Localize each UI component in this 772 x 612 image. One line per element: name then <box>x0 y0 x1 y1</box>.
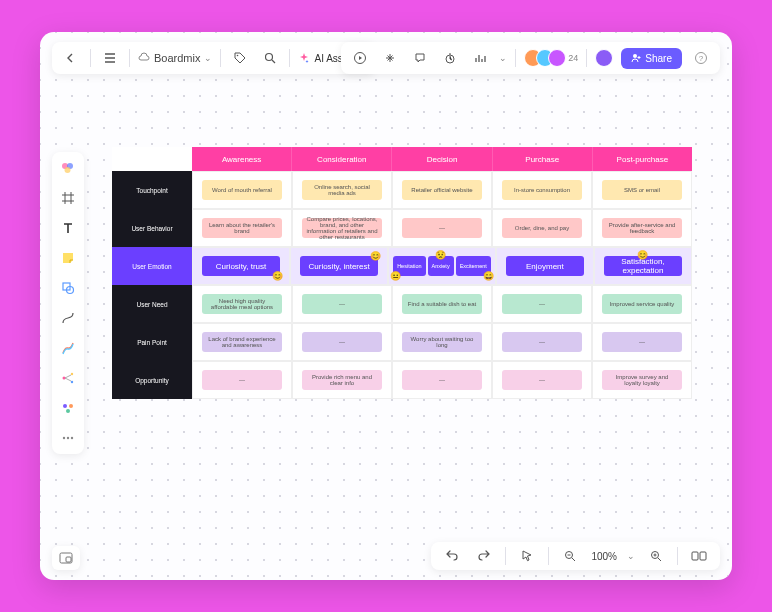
journey-cell[interactable]: Worry about waiting too long <box>392 323 492 361</box>
journey-cell[interactable]: Provide rich menu and clear info <box>292 361 392 399</box>
sticky-note[interactable]: In-store consumption <box>502 180 581 200</box>
stamp-tool[interactable] <box>58 398 78 418</box>
journey-cell[interactable]: — <box>492 285 592 323</box>
sticky-note[interactable]: — <box>602 332 681 352</box>
column-header[interactable]: Post-purchase <box>593 147 692 171</box>
zoom-out-icon[interactable] <box>559 545 581 567</box>
journey-cell[interactable]: Online search, social media ads <box>292 171 392 209</box>
menu-icon[interactable] <box>99 47 121 69</box>
play-icon[interactable] <box>349 47 371 69</box>
journey-cell[interactable]: Order, dine, and pay <box>492 209 592 247</box>
sticky-note[interactable]: — <box>202 370 281 390</box>
redo-icon[interactable] <box>473 545 495 567</box>
pen-tool[interactable] <box>58 338 78 358</box>
journey-cell[interactable]: Improve survey and loyalty loyalty <box>592 361 692 399</box>
journey-cell[interactable]: Retailer official website <box>392 171 492 209</box>
journey-cell[interactable]: — <box>292 323 392 361</box>
sticky-note[interactable]: — <box>302 332 381 352</box>
row-label[interactable]: Touchpoint <box>112 171 192 209</box>
journey-cell[interactable]: Learn about the retailer's brand <box>192 209 292 247</box>
row-label[interactable]: Pain Point <box>112 323 192 361</box>
journey-cell[interactable]: Satisfaction, expectation😊 <box>594 247 692 285</box>
search-icon[interactable] <box>259 47 281 69</box>
sticky-note[interactable]: Curiosity, trust😊 <box>202 256 279 276</box>
journey-map[interactable]: Awareness Consideration Decision Purchas… <box>112 147 692 399</box>
frame-tool[interactable] <box>58 188 78 208</box>
journey-cell[interactable]: — <box>392 209 492 247</box>
cursor-icon[interactable] <box>516 545 538 567</box>
sticky-note[interactable]: Compare prices, locations, brand, and ot… <box>302 218 381 238</box>
text-tool[interactable] <box>58 218 78 238</box>
sticky-note[interactable]: Order, dine, and pay <box>502 218 581 238</box>
collaborator-avatars[interactable]: 24 <box>524 49 578 67</box>
pages-icon[interactable] <box>688 545 710 567</box>
row-label[interactable]: User Behavior <box>112 209 192 247</box>
column-header[interactable]: Decision <box>392 147 492 171</box>
journey-cell[interactable]: — <box>592 323 692 361</box>
journey-cell[interactable]: Find a suitable dish to eat <box>392 285 492 323</box>
help-icon[interactable]: ? <box>690 47 712 69</box>
sticky-note[interactable]: Provide after-service and feedback <box>602 218 681 238</box>
journey-cell[interactable]: Lack of brand experience and awareness <box>192 323 292 361</box>
sticky-note[interactable]: Word of mouth referral <box>202 180 281 200</box>
column-header[interactable]: Awareness <box>192 147 292 171</box>
tag-icon[interactable] <box>229 47 251 69</box>
row-label[interactable]: User Emotion <box>112 247 192 285</box>
sticky-note[interactable]: Find a suitable dish to eat <box>402 294 481 314</box>
journey-cell[interactable]: — <box>492 361 592 399</box>
sticky-note[interactable]: — <box>502 370 581 390</box>
journey-cell[interactable]: In-store consumption <box>492 171 592 209</box>
sticky-note[interactable]: — <box>402 218 481 238</box>
sticky-note[interactable]: Curiosity, interest😊 <box>300 256 377 276</box>
sticky-note[interactable]: Improved service quality <box>602 294 681 314</box>
comment-icon[interactable] <box>409 47 431 69</box>
row-label[interactable]: Opportunity <box>112 361 192 399</box>
journey-cell[interactable]: — <box>292 285 392 323</box>
minimap-toggle[interactable] <box>52 546 80 570</box>
journey-cell[interactable]: — <box>392 361 492 399</box>
sticky-note[interactable]: Improve survey and loyalty loyalty <box>602 370 681 390</box>
undo-icon[interactable] <box>441 545 463 567</box>
current-user-avatar[interactable] <box>595 49 613 67</box>
sticky-note-tool[interactable] <box>58 248 78 268</box>
journey-cell[interactable]: Curiosity, trust😊 <box>192 247 290 285</box>
journey-cell[interactable]: Hesitation😐Anxiety😟Excitement😄 <box>388 247 496 285</box>
sticky-note[interactable]: Enjoyment <box>506 256 583 276</box>
journey-cell[interactable]: Enjoyment <box>496 247 594 285</box>
journey-cell[interactable]: Provide after-service and feedback <box>592 209 692 247</box>
sticky-note[interactable]: Learn about the retailer's brand <box>202 218 281 238</box>
sticky-note[interactable]: Excitement😄 <box>456 256 491 276</box>
brand-selector[interactable]: Boardmix ⌄ <box>138 52 212 64</box>
journey-cell[interactable]: — <box>192 361 292 399</box>
chevron-down-icon[interactable]: ⌄ <box>499 53 507 63</box>
zoom-level[interactable]: 100% <box>591 551 617 562</box>
chevron-down-icon[interactable]: ⌄ <box>627 551 635 561</box>
journey-cell[interactable]: Curiosity, interest😊 <box>290 247 388 285</box>
sticky-note[interactable]: — <box>502 294 581 314</box>
sticky-note[interactable]: Anxiety😟 <box>428 256 454 276</box>
more-tools-icon[interactable] <box>58 428 78 448</box>
shape-tool[interactable] <box>58 278 78 298</box>
sticky-note[interactable]: Worry about waiting too long <box>402 332 481 352</box>
sticky-note[interactable]: — <box>502 332 581 352</box>
mindmap-tool[interactable] <box>58 368 78 388</box>
journey-cell[interactable]: Word of mouth referral <box>192 171 292 209</box>
connector-tool[interactable] <box>58 308 78 328</box>
journey-cell[interactable]: Need high quality affordable meal option… <box>192 285 292 323</box>
sticky-note[interactable]: Provide rich menu and clear info <box>302 370 381 390</box>
journey-cell[interactable]: Improved service quality <box>592 285 692 323</box>
column-header[interactable]: Consideration <box>292 147 392 171</box>
timer-icon[interactable] <box>439 47 461 69</box>
journey-cell[interactable]: SMS or email <box>592 171 692 209</box>
share-button[interactable]: Share <box>621 48 682 69</box>
color-palette-tool[interactable] <box>58 158 78 178</box>
journey-cell[interactable]: — <box>492 323 592 361</box>
sticky-note[interactable]: Hesitation😐 <box>393 256 425 276</box>
back-icon[interactable] <box>60 47 82 69</box>
sticky-note[interactable]: Satisfaction, expectation😊 <box>604 256 681 276</box>
sticky-note[interactable]: Retailer official website <box>402 180 481 200</box>
sticky-note[interactable]: Online search, social media ads <box>302 180 381 200</box>
sparkle-icon[interactable] <box>379 47 401 69</box>
row-label[interactable]: User Need <box>112 285 192 323</box>
sticky-note[interactable]: — <box>302 294 381 314</box>
